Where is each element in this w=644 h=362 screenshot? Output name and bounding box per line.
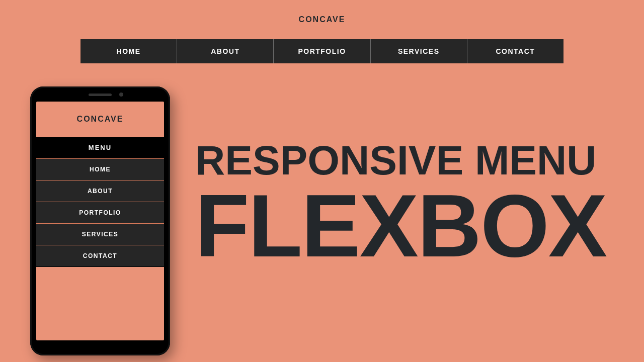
nav-item-portfolio[interactable]: PORTFOLIO xyxy=(274,39,370,63)
mobile-nav-item-portfolio[interactable]: PORTFOLIO xyxy=(36,202,164,224)
desktop-nav: HOME ABOUT PORTFOLIO SERVICES CONTACT xyxy=(80,39,564,63)
brand-title-desktop: CONCAVE xyxy=(0,15,644,24)
phone-screen: CONCAVE MENU HOME ABOUT PORTFOLIO SERVIC… xyxy=(36,102,164,340)
mobile-nav-item-home[interactable]: HOME xyxy=(36,159,164,180)
mobile-nav-item-services[interactable]: SERVICES xyxy=(36,224,164,245)
mobile-nav: HOME ABOUT PORTFOLIO SERVICES CONTACT xyxy=(36,159,164,267)
headline-line-2: FLEXBOX xyxy=(195,184,606,268)
phone-mockup: CONCAVE MENU HOME ABOUT PORTFOLIO SERVIC… xyxy=(30,86,170,355)
nav-item-contact[interactable]: CONTACT xyxy=(467,39,564,63)
mobile-menu-toggle[interactable]: MENU xyxy=(36,137,164,159)
mobile-nav-item-contact[interactable]: CONTACT xyxy=(36,245,164,267)
headline: RESPONSIVE MENU FLEXBOX xyxy=(195,140,606,268)
phone-speaker-icon xyxy=(89,94,112,96)
nav-item-services[interactable]: SERVICES xyxy=(371,39,467,63)
phone-camera-icon xyxy=(119,93,123,97)
nav-item-home[interactable]: HOME xyxy=(80,39,177,63)
mobile-nav-item-about[interactable]: ABOUT xyxy=(36,180,164,202)
nav-item-about[interactable]: ABOUT xyxy=(177,39,274,63)
brand-title-mobile: CONCAVE xyxy=(36,102,164,137)
headline-line-1: RESPONSIVE MENU xyxy=(195,140,606,181)
